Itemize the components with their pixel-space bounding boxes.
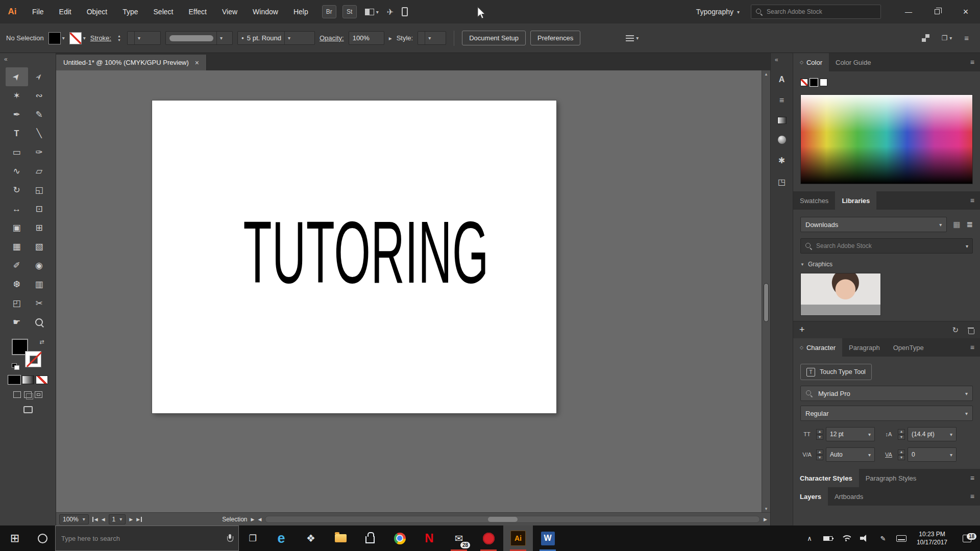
expand-panels-icon[interactable]: « (771, 56, 778, 63)
stock-icon[interactable]: St (342, 5, 357, 18)
width-tool[interactable]: ↔ (6, 199, 28, 218)
combo-chevron[interactable]: ▾ (425, 32, 434, 44)
scroll-right-icon[interactable]: ▶ (764, 517, 767, 522)
font-size-stepper[interactable]: ▴▾ (816, 429, 823, 440)
stroke-color-swatch[interactable] (25, 351, 41, 367)
cortana-button[interactable] (30, 525, 55, 551)
scroll-down-icon[interactable]: ▾ (762, 506, 770, 511)
tab-character-styles[interactable]: Character Styles (793, 469, 859, 487)
symbol-sprayer-tool[interactable]: ❆ (6, 275, 28, 294)
device-preview-icon[interactable] (402, 7, 408, 16)
lasso-tool[interactable]: ∾ (28, 86, 51, 105)
gradient-panel-icon[interactable] (777, 117, 787, 124)
menu-object[interactable]: Object (79, 0, 115, 23)
layers-panel-menu-icon[interactable]: ≡ (970, 487, 980, 506)
font-size-combo[interactable]: 12 pt ▾ (826, 427, 875, 441)
pen-tool[interactable]: ✒ (6, 105, 28, 124)
white-swatch[interactable] (820, 79, 827, 86)
tab-paragraph-styles[interactable]: Paragraph Styles (859, 469, 923, 487)
shape-builder-tool[interactable]: ▣ (6, 218, 28, 237)
stroke-swatch[interactable] (69, 32, 82, 44)
align-options-icon[interactable]: ▾ (626, 35, 639, 41)
tab-libraries[interactable]: Libraries (835, 191, 876, 210)
menu-edit[interactable]: Edit (52, 0, 79, 23)
workspace-switcher[interactable]: Typography ▾ (696, 8, 740, 16)
taskbar-icon-adobe-cc[interactable] (474, 525, 503, 551)
mesh-tool[interactable]: ▦ (6, 237, 28, 256)
graphics-section-header[interactable]: ▼ Graphics (800, 261, 973, 268)
taskbar-icon-file-explorer[interactable] (326, 525, 355, 551)
magic-wand-tool[interactable]: ✶ (6, 86, 28, 105)
library-search-input[interactable] (816, 242, 966, 249)
close-button[interactable]: × (951, 0, 980, 23)
stock-search-input[interactable] (767, 8, 876, 15)
close-tab-icon[interactable]: × (195, 59, 199, 67)
stroke-weight-stepper[interactable]: ▴ ▾ (116, 34, 122, 42)
menu-help[interactable]: Help (286, 0, 316, 23)
slice-tool[interactable]: ✂ (28, 294, 51, 313)
hand-tool[interactable]: ☛ (6, 313, 28, 332)
fill-color-control[interactable]: ▾ (48, 32, 65, 44)
scroll-left-icon[interactable]: ◀ (258, 517, 261, 522)
stepper-up-icon[interactable]: ▴ (116, 34, 122, 38)
tray-chevron-icon[interactable]: ∧ (800, 535, 819, 542)
shaper-tool[interactable]: ∿ (6, 162, 28, 181)
horizontal-scroll-thumb[interactable] (488, 517, 518, 522)
last-artboard-icon[interactable]: ▶ (136, 517, 142, 522)
tab-color-guide[interactable]: Color Guide (829, 53, 877, 71)
delete-icon[interactable] (968, 327, 974, 334)
type-tool[interactable]: T (6, 124, 28, 143)
artboard-tool[interactable]: ◰ (6, 294, 28, 313)
paragraph-panel-icon[interactable]: ≡ (779, 96, 784, 105)
color-panel-menu-icon[interactable]: ≡ (970, 53, 980, 71)
artboard[interactable]: TUTORING (152, 101, 556, 413)
menu-type[interactable]: Type (115, 0, 145, 23)
library-search[interactable]: ▾ (800, 238, 973, 254)
stepper-down-icon[interactable]: ▾ (116, 38, 122, 42)
scale-tool[interactable]: ◱ (28, 181, 51, 199)
taskbar-icon-mail[interactable]: ✉ 28 (444, 525, 474, 551)
preferences-button[interactable]: Preferences (530, 31, 580, 45)
leading-stepper[interactable]: ▴▾ (898, 429, 905, 440)
pen-settings-icon[interactable]: ✎ (874, 535, 892, 542)
touch-keyboard-icon[interactable] (892, 535, 911, 542)
draw-inside-icon[interactable] (35, 391, 42, 398)
taskbar-icon-illustrator[interactable]: Ai (503, 525, 533, 551)
menu-window[interactable]: Window (245, 0, 286, 23)
graphic-style-combo[interactable]: ▾ (418, 31, 446, 45)
scroll-up-icon[interactable]: ▴ (762, 71, 770, 77)
document-layout-icon[interactable]: ❐ ▾ (942, 34, 952, 42)
rectangle-tool[interactable]: ▭ (6, 143, 28, 162)
horizontal-scrollbar[interactable] (265, 516, 760, 523)
artboards-panel-icon[interactable]: ◳ (778, 177, 786, 187)
add-library-item-icon[interactable]: + (799, 324, 805, 335)
next-artboard-icon[interactable]: ▶ (129, 517, 133, 522)
taskbar-search[interactable] (55, 525, 239, 551)
styles-panel-menu-icon[interactable]: ≡ (970, 469, 980, 487)
stroke-weight-combo[interactable]: ▾ (127, 31, 161, 45)
swap-fill-stroke-icon[interactable]: ⇄ (39, 339, 44, 345)
color-spectrum[interactable] (800, 94, 973, 184)
volume-icon[interactable] (855, 535, 874, 542)
tracking-stepper[interactable]: ▴▾ (898, 449, 905, 460)
combo-chevron[interactable]: ▾ (216, 32, 226, 44)
tab-layers[interactable]: Layers (793, 487, 828, 506)
libraries-panel-menu-icon[interactable]: ≡ (970, 191, 980, 210)
restore-button[interactable] (923, 0, 951, 23)
first-artboard-icon[interactable]: ◀ (92, 517, 98, 522)
touch-type-tool-button[interactable]: T Touch Type Tool (800, 364, 872, 380)
menu-view[interactable]: View (214, 0, 245, 23)
arrange-documents-icon[interactable]: ▾ (365, 9, 379, 15)
tab-opentype[interactable]: OpenType (887, 338, 930, 357)
tab-character[interactable]: ◇ Character (793, 338, 842, 357)
artboard-number-combo[interactable]: 1 ▾ (109, 514, 126, 524)
bridge-icon[interactable]: Br (322, 5, 336, 18)
line-segment-tool[interactable]: ╲ (28, 124, 51, 143)
document-tab[interactable]: Untitled-1* @ 100% (CMYK/GPU Preview) × (56, 55, 207, 70)
selection-tool[interactable]: ➤ (6, 67, 28, 86)
opacity-label[interactable]: Opacity: (320, 34, 344, 42)
microphone-icon[interactable] (227, 534, 233, 543)
font-family-combo[interactable]: Myriad Pro ▾ (800, 386, 973, 401)
taskbar-icon-word[interactable]: W (533, 525, 562, 551)
opacity-combo[interactable]: 100% (349, 31, 384, 45)
